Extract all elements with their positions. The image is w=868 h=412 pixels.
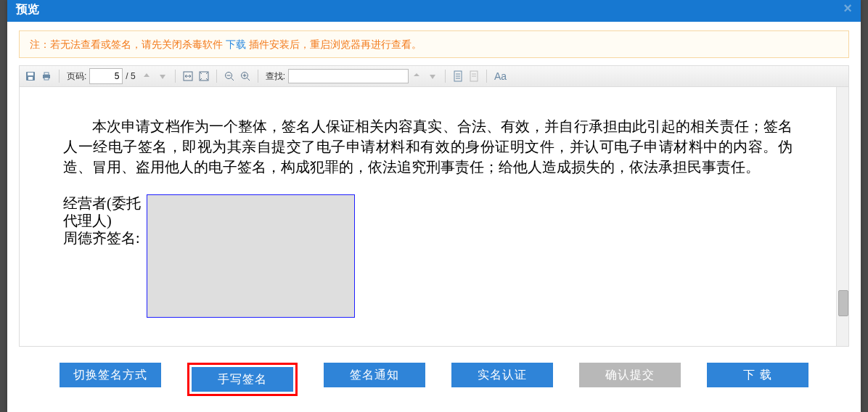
- pdf-toolbar: 页码: / 5 查找:: [19, 65, 849, 87]
- print-icon[interactable]: [38, 68, 54, 84]
- scroll-thumb[interactable]: [838, 290, 848, 316]
- svg-line-12: [247, 78, 250, 81]
- svg-rect-5: [44, 78, 49, 80]
- preview-modal: 预览 × 注：若无法查看或签名，请先关闭杀毒软件 下载 插件安装后，重启浏览器再…: [7, 0, 861, 412]
- realname-auth-button[interactable]: 实名认证: [451, 363, 553, 387]
- page-total: / 5: [126, 71, 135, 81]
- page-number-input[interactable]: [89, 68, 123, 84]
- next-page-icon[interactable]: [155, 68, 171, 84]
- svg-line-9: [231, 78, 234, 81]
- document-paragraph: 本次申请文档作为一个整体，签名人保证相关内容真实、合法、有效，并自行承担由此引起…: [63, 116, 793, 177]
- search-next-icon[interactable]: [425, 68, 441, 84]
- search-label: 查找:: [266, 70, 285, 83]
- document-viewer: 本次申请文档作为一个整体，签名人保证相关内容真实、合法、有效，并自行承担由此引起…: [19, 87, 849, 347]
- signature-label: 经营者(委托 代理人) 周德齐签名:: [63, 194, 141, 247]
- modal-titlebar: 预览 ×: [7, 0, 861, 22]
- confirm-submit-button: 确认提交: [579, 363, 681, 387]
- fit-width-icon[interactable]: [180, 68, 196, 84]
- modal-title: 预览: [16, 0, 39, 19]
- highlighted-button-frame: 手写签名: [187, 363, 298, 396]
- search-prev-icon[interactable]: [409, 68, 425, 84]
- notice-bar: 注：若无法查看或签名，请先关闭杀毒软件 下载 插件安装后，重启浏览器再进行查看。: [19, 30, 849, 58]
- svg-rect-1: [28, 73, 33, 75]
- notice-text-suffix: 插件安装后，重启浏览器再进行查看。: [246, 38, 422, 50]
- action-button-row: 切换签名方式 手写签名 签名通知 实名认证 确认提交 下 载: [7, 347, 861, 412]
- svg-rect-2: [28, 77, 33, 80]
- notice-text-prefix: 注：若无法查看或签名，请先关闭杀毒软件: [30, 38, 226, 50]
- search-input[interactable]: [288, 69, 409, 83]
- zoom-in-icon[interactable]: [237, 68, 253, 84]
- text-select-icon[interactable]: [450, 68, 466, 84]
- save-icon[interactable]: [22, 68, 38, 84]
- text-size-icon[interactable]: Aa: [491, 68, 509, 84]
- signature-box[interactable]: [147, 194, 355, 318]
- handwrite-sign-button[interactable]: 手写签名: [192, 367, 293, 392]
- download-link[interactable]: 下载: [226, 38, 246, 50]
- download-button[interactable]: 下 载: [707, 363, 808, 387]
- sign-notice-button[interactable]: 签名通知: [324, 363, 425, 387]
- fit-page-icon[interactable]: [196, 68, 212, 84]
- close-icon[interactable]: ×: [843, 0, 852, 16]
- svg-rect-4: [44, 73, 49, 75]
- prev-page-icon[interactable]: [139, 68, 155, 84]
- zoom-out-icon[interactable]: [221, 68, 237, 84]
- vertical-scrollbar[interactable]: [836, 87, 848, 346]
- switch-sign-mode-button[interactable]: 切换签名方式: [60, 363, 161, 387]
- document-page: 本次申请文档作为一个整体，签名人保证相关内容真实、合法、有效，并自行承担由此引起…: [20, 87, 836, 346]
- page-label: 页码:: [67, 70, 86, 83]
- hand-tool-icon[interactable]: [466, 68, 482, 84]
